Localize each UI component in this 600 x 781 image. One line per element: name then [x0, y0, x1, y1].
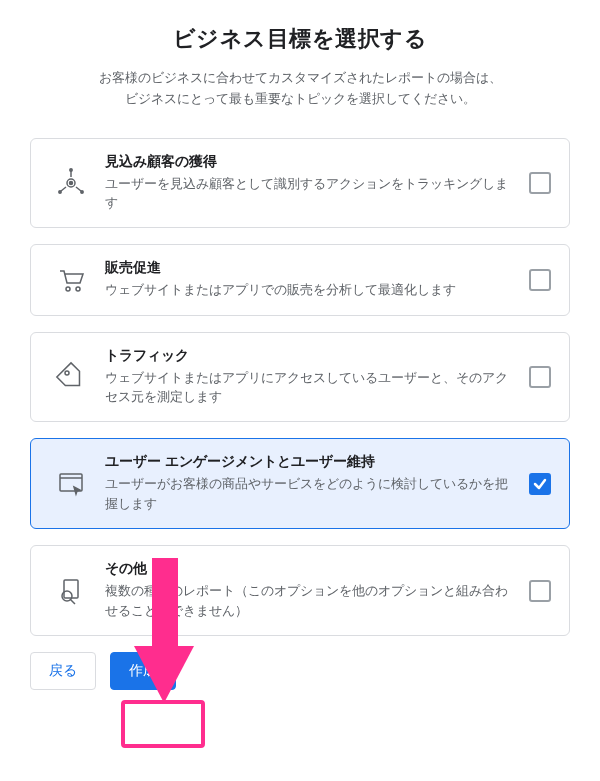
svg-line-3 — [61, 187, 66, 191]
svg-point-8 — [66, 287, 70, 291]
option-leads[interactable]: 見込み顧客の獲得 ユーザーを見込み顧客として識別するアクションをトラッキングしま… — [30, 138, 570, 229]
create-button[interactable]: 作成 — [110, 652, 176, 690]
page-title: ビジネス目標を選択する — [30, 24, 570, 54]
option-leads-desc: ユーザーを見込み顧客として識別するアクションをトラッキングします — [105, 175, 515, 214]
option-engagement-checkbox[interactable] — [529, 473, 551, 495]
option-sales[interactable]: 販売促進 ウェブサイトまたはアプリでの販売を分析して最適化します — [30, 244, 570, 315]
svg-point-9 — [76, 287, 80, 291]
subtitle-line-1: お客様のビジネスに合わせてカスタマイズされたレポートの場合は、 — [99, 70, 502, 85]
svg-point-1 — [70, 181, 73, 184]
option-other-title: その他 — [105, 560, 515, 578]
back-button[interactable]: 戻る — [30, 652, 96, 690]
option-traffic-title: トラフィック — [105, 347, 515, 365]
window-cursor-icon — [47, 468, 95, 500]
option-other[interactable]: その他 複数の種類のレポート（このオプションを他のオプションと組み合わせることは… — [30, 545, 570, 636]
option-sales-desc: ウェブサイトまたはアプリでの販売を分析して最適化します — [105, 281, 515, 300]
subtitle-line-2: ビジネスにとって最も重要なトピックを選択してください。 — [125, 91, 476, 106]
tag-icon — [47, 361, 95, 393]
svg-point-6 — [59, 191, 61, 193]
option-sales-checkbox[interactable] — [529, 269, 551, 291]
footer: 戻る 作成 — [30, 652, 570, 690]
option-engagement-title: ユーザー エンゲージメントとユーザー維持 — [105, 453, 515, 471]
svg-point-5 — [70, 169, 72, 171]
search-page-icon — [47, 575, 95, 607]
option-traffic-text: トラフィック ウェブサイトまたはアプリにアクセスしているユーザーと、そのアクセス… — [95, 347, 529, 408]
option-other-text: その他 複数の種類のレポート（このオプションを他のオプションと組み合わせることは… — [95, 560, 529, 621]
option-leads-checkbox[interactable] — [529, 172, 551, 194]
option-traffic-desc: ウェブサイトまたはアプリにアクセスしているユーザーと、そのアクセス元を測定します — [105, 369, 515, 408]
svg-rect-13 — [64, 580, 78, 598]
leads-icon — [47, 167, 95, 199]
svg-point-7 — [81, 191, 83, 193]
option-leads-text: 見込み顧客の獲得 ユーザーを見込み顧客として識別するアクションをトラッキングしま… — [95, 153, 529, 214]
option-engagement-desc: ユーザーがお客様の商品やサービスをどのように検討しているかを把握します — [105, 475, 515, 514]
option-sales-text: 販売促進 ウェブサイトまたはアプリでの販売を分析して最適化します — [95, 259, 529, 300]
option-other-checkbox[interactable] — [529, 580, 551, 602]
option-leads-title: 見込み顧客の獲得 — [105, 153, 515, 171]
option-sales-title: 販売促進 — [105, 259, 515, 277]
svg-point-10 — [65, 371, 69, 375]
option-engagement-text: ユーザー エンゲージメントとユーザー維持 ユーザーがお客様の商品やサービスをどの… — [95, 453, 529, 514]
option-traffic[interactable]: トラフィック ウェブサイトまたはアプリにアクセスしているユーザーと、そのアクセス… — [30, 332, 570, 423]
option-traffic-checkbox[interactable] — [529, 366, 551, 388]
option-engagement[interactable]: ユーザー エンゲージメントとユーザー維持 ユーザーがお客様の商品やサービスをどの… — [30, 438, 570, 529]
svg-line-15 — [71, 599, 76, 604]
option-other-desc: 複数の種類のレポート（このオプションを他のオプションと組み合わせることはできませ… — [105, 582, 515, 621]
page-subtitle: お客様のビジネスに合わせてカスタマイズされたレポートの場合は、 ビジネスにとって… — [30, 68, 570, 110]
page-container: ビジネス目標を選択する お客様のビジネスに合わせてカスタマイズされたレポートの場… — [0, 0, 600, 710]
svg-rect-11 — [60, 474, 82, 491]
svg-line-4 — [76, 187, 81, 191]
cart-icon — [47, 264, 95, 296]
